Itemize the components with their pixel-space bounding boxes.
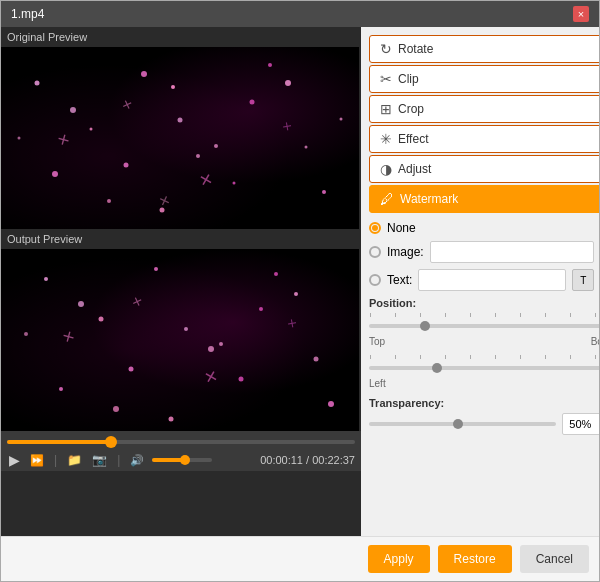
- watermark-icon: 🖊: [380, 191, 394, 207]
- volume-slider[interactable]: [152, 458, 212, 462]
- none-radio[interactable]: [369, 222, 381, 234]
- vertical-slider-track[interactable]: [369, 324, 599, 328]
- svg-point-47: [219, 342, 223, 346]
- tick: [570, 313, 571, 317]
- svg-point-38: [113, 406, 119, 412]
- transparency-row: 50% 25% 75% 100%: [369, 413, 599, 435]
- transparency-section: Transparency: 50% 25% 75% 100%: [369, 397, 599, 435]
- seek-thumb[interactable]: [105, 436, 117, 448]
- tick: [370, 355, 371, 359]
- adjust-label: Adjust: [398, 162, 431, 176]
- svg-point-39: [184, 327, 188, 331]
- transparency-slider-thumb[interactable]: [453, 419, 463, 429]
- camera-button[interactable]: 📷: [90, 454, 109, 466]
- svg-point-21: [340, 118, 343, 121]
- svg-point-44: [169, 417, 174, 422]
- tick: [445, 313, 446, 317]
- transparency-label: Transparency:: [369, 397, 599, 409]
- original-preview-label: Original Preview: [1, 27, 361, 47]
- horizontal-slider-labels: Left Right: [369, 378, 599, 389]
- svg-point-32: [99, 317, 104, 322]
- restore-button[interactable]: Restore: [438, 545, 512, 573]
- image-input[interactable]: [430, 241, 595, 263]
- transparency-slider-track[interactable]: [369, 422, 556, 426]
- svg-point-36: [314, 357, 319, 362]
- cancel-button[interactable]: Cancel: [520, 545, 589, 573]
- svg-point-10: [107, 199, 111, 203]
- volume-button[interactable]: 🔊: [128, 455, 146, 466]
- svg-rect-30: [1, 249, 359, 431]
- svg-point-7: [250, 100, 255, 105]
- text-bold-icon: T: [580, 275, 586, 286]
- horizontal-slider-track[interactable]: [369, 366, 599, 370]
- effect-button[interactable]: ✳ Effect: [369, 125, 599, 153]
- clip-button[interactable]: ✂ Clip: [369, 65, 599, 93]
- play-button[interactable]: ▶: [7, 453, 22, 467]
- tick-marks-bottom: [369, 355, 599, 359]
- tick: [545, 313, 546, 317]
- volume-thumb[interactable]: [180, 455, 190, 465]
- transparency-slider[interactable]: [369, 416, 556, 432]
- adjust-button[interactable]: ◑ Adjust: [369, 155, 599, 183]
- tick: [395, 355, 396, 359]
- svg-point-37: [59, 387, 63, 391]
- tick: [520, 355, 521, 359]
- text-bold-button[interactable]: T: [572, 269, 594, 291]
- tick-marks-top: [369, 313, 599, 317]
- close-button[interactable]: ×: [573, 6, 589, 22]
- left-label: Left: [369, 378, 386, 389]
- position-label: Position:: [369, 297, 599, 309]
- svg-point-45: [274, 272, 278, 276]
- output-preview: ✕ ✕ ✕ ✕: [1, 249, 359, 431]
- top-label: Top: [369, 336, 385, 347]
- svg-point-48: [129, 367, 134, 372]
- none-row: None: [369, 221, 599, 235]
- image-row: Image: …: [369, 241, 599, 263]
- crop-button[interactable]: ⊞ Crop: [369, 95, 599, 123]
- svg-point-5: [141, 71, 147, 77]
- apply-button[interactable]: Apply: [368, 545, 430, 573]
- playback-row: ▶ ⏩ | 📁 📷 | 🔊 00:00:11 / 00:22:37: [7, 453, 355, 467]
- seek-fill: [7, 440, 111, 444]
- transparency-dropdown[interactable]: 50% 25% 75% 100%: [562, 413, 599, 435]
- watermark-label: Watermark: [400, 192, 458, 206]
- svg-point-43: [24, 332, 28, 336]
- controls-bar: ▶ ⏩ | 📁 📷 | 🔊 00:00:11 / 00:22:37: [1, 431, 361, 471]
- effect-icon: ✳: [380, 131, 392, 147]
- folder-button[interactable]: 📁: [65, 454, 84, 466]
- rotate-label: Rotate: [398, 42, 433, 56]
- svg-point-6: [196, 154, 200, 158]
- text-radio[interactable]: [369, 274, 381, 286]
- adjust-icon: ◑: [380, 161, 392, 177]
- image-radio[interactable]: [369, 246, 381, 258]
- svg-point-33: [154, 267, 158, 271]
- seek-bar-container[interactable]: [7, 435, 355, 449]
- rotate-button[interactable]: ↻ Rotate: [369, 35, 599, 63]
- text-row: Text: T ⚙: [369, 269, 599, 291]
- original-preview: ✕ ✕ ✕ ✕ ✕: [1, 47, 359, 229]
- text-label: Text:: [387, 273, 412, 287]
- vertical-position-slider[interactable]: [369, 318, 599, 334]
- watermark-button[interactable]: 🖊 Watermark: [369, 185, 599, 213]
- fast-forward-button[interactable]: ⏩: [28, 455, 46, 466]
- effect-label: Effect: [398, 132, 428, 146]
- vertical-slider-thumb[interactable]: [420, 321, 430, 331]
- tick: [595, 313, 596, 317]
- svg-point-22: [171, 85, 175, 89]
- text-input[interactable]: [418, 269, 566, 291]
- tick: [470, 355, 471, 359]
- crop-icon: ⊞: [380, 101, 392, 117]
- svg-point-13: [285, 80, 291, 86]
- horizontal-position-slider[interactable]: [369, 360, 599, 376]
- svg-point-9: [52, 171, 58, 177]
- svg-point-15: [18, 137, 21, 140]
- seek-bar[interactable]: [7, 440, 355, 444]
- separator-2: |: [117, 453, 120, 467]
- svg-point-8: [305, 146, 308, 149]
- tick: [420, 355, 421, 359]
- svg-point-20: [124, 163, 129, 168]
- horizontal-slider-thumb[interactable]: [432, 363, 442, 373]
- tick: [495, 313, 496, 317]
- main-content: Original Preview: [1, 27, 599, 536]
- svg-point-31: [44, 277, 48, 281]
